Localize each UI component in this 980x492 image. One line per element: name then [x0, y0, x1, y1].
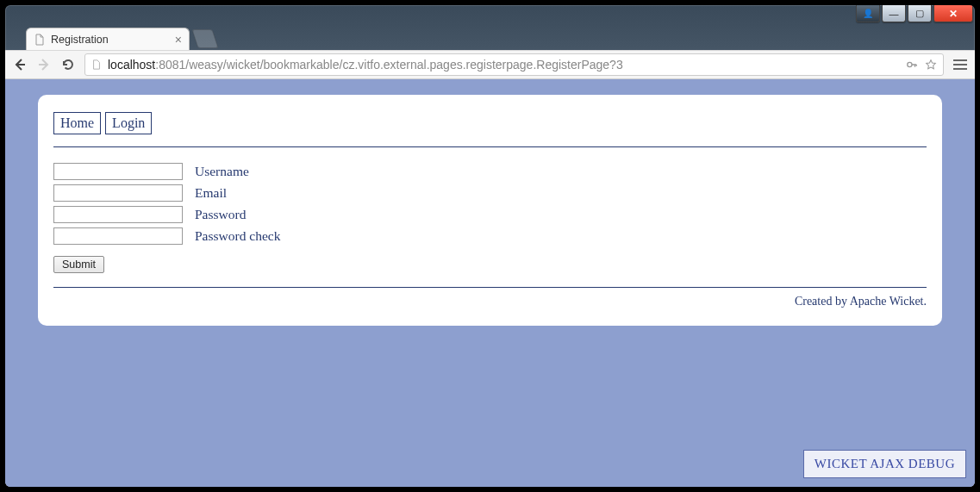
- nav-login-link[interactable]: Login: [105, 112, 152, 134]
- email-label: Email: [195, 185, 227, 201]
- close-window-button[interactable]: ✕: [933, 5, 973, 22]
- password-check-field[interactable]: [53, 227, 183, 245]
- password-key-icon[interactable]: [905, 59, 919, 71]
- password-label: Password: [195, 207, 246, 222]
- form-row-email: Email: [53, 184, 927, 202]
- user-icon: 👤: [863, 9, 873, 18]
- footer-credit: Created by Apache Wicket.: [53, 295, 927, 308]
- hamburger-menu-button[interactable]: [952, 59, 968, 70]
- tab-title: Registration: [51, 34, 109, 46]
- divider-bottom: [53, 287, 927, 288]
- reload-button[interactable]: [60, 57, 76, 72]
- password-field[interactable]: [53, 206, 183, 223]
- registration-form: Username Email Password Password check S…: [53, 163, 927, 273]
- tab-strip: Registration ×: [5, 26, 975, 50]
- back-button[interactable]: [12, 57, 28, 72]
- content-card: Home Login Username Email Password: [38, 95, 942, 326]
- minimize-button[interactable]: —: [882, 5, 906, 22]
- form-row-username: Username: [53, 163, 927, 180]
- tab-registration[interactable]: Registration ×: [26, 28, 190, 50]
- svg-point-0: [908, 62, 912, 66]
- nav-home-link[interactable]: Home: [53, 112, 101, 134]
- close-icon: ✕: [949, 8, 958, 20]
- page-icon: [91, 59, 103, 71]
- new-tab-button[interactable]: [191, 29, 218, 48]
- username-field[interactable]: [53, 163, 183, 180]
- minimize-icon: —: [889, 9, 899, 19]
- titlebar: 👤 — ▢ ✕: [5, 5, 975, 26]
- document-icon: [34, 34, 46, 46]
- window-frame: 👤 — ▢ ✕ Registration ×: [5, 5, 975, 487]
- form-row-password-check: Password check: [53, 227, 927, 245]
- nav-links: Home Login: [53, 112, 927, 134]
- footer-prefix: Created by: [795, 295, 850, 308]
- url-host: localhost: [108, 58, 155, 72]
- wicket-ajax-debug-button[interactable]: WICKET AJAX DEBUG: [803, 450, 966, 478]
- bookmark-star-icon[interactable]: [924, 59, 938, 71]
- maximize-icon: ▢: [915, 8, 924, 19]
- maximize-button[interactable]: ▢: [908, 5, 932, 22]
- url-text: localhost:8081/weasy/wicket/bookmarkable…: [108, 58, 900, 72]
- footer-suffix: .: [924, 295, 927, 308]
- tab-close-icon[interactable]: ×: [175, 34, 182, 46]
- username-label: Username: [195, 164, 249, 179]
- form-row-password: Password: [53, 206, 927, 223]
- footer-link[interactable]: Apache Wicket: [850, 295, 924, 308]
- submit-button[interactable]: Submit: [53, 256, 104, 273]
- divider-top: [53, 146, 927, 147]
- url-path: :8081/weasy/wicket/bookmarkable/cz.vitfo…: [155, 58, 622, 72]
- toolbar: localhost:8081/weasy/wicket/bookmarkable…: [5, 50, 975, 79]
- forward-button[interactable]: [36, 57, 52, 72]
- password-check-label: Password check: [195, 228, 280, 244]
- page-viewport: Home Login Username Email Password: [5, 79, 975, 487]
- email-field[interactable]: [53, 184, 183, 202]
- user-account-button[interactable]: 👤: [856, 5, 880, 22]
- address-bar[interactable]: localhost:8081/weasy/wicket/bookmarkable…: [84, 53, 944, 76]
